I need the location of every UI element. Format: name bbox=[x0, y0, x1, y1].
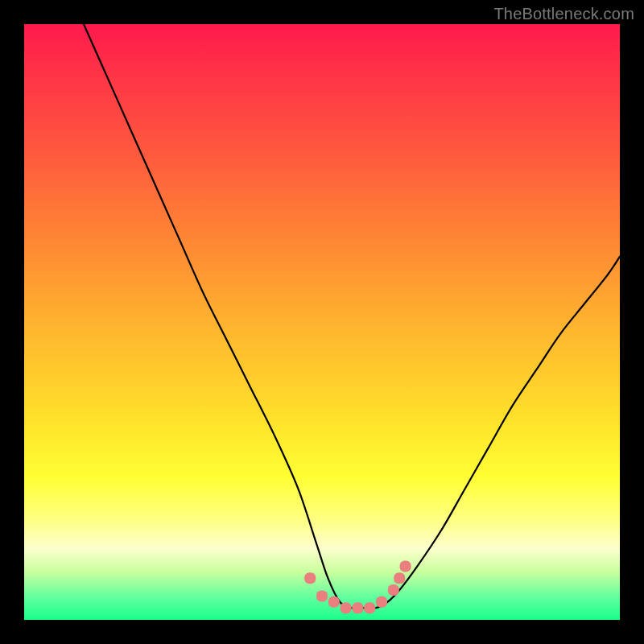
bottom-marker-group bbox=[304, 560, 411, 613]
bottom-marker bbox=[316, 590, 328, 601]
bottom-marker bbox=[304, 572, 316, 584]
bottom-marker bbox=[328, 597, 340, 608]
bottleneck-curve-path bbox=[84, 24, 620, 609]
chart-frame: TheBottleneck.com bbox=[0, 0, 644, 644]
bottom-marker bbox=[341, 602, 352, 613]
bottom-marker bbox=[376, 597, 387, 608]
bottom-marker bbox=[400, 560, 411, 572]
chart-overlay bbox=[24, 24, 620, 620]
bottom-marker bbox=[352, 602, 363, 613]
bottom-marker bbox=[394, 572, 405, 584]
bottom-marker bbox=[364, 602, 375, 613]
bottom-marker bbox=[388, 584, 399, 596]
watermark-text: TheBottleneck.com bbox=[493, 5, 634, 23]
plot-area bbox=[24, 24, 620, 620]
